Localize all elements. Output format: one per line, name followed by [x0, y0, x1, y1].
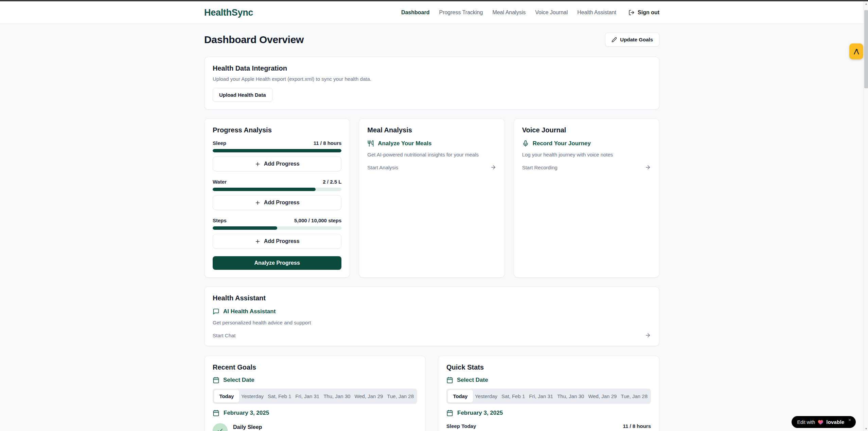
- recent-goals-current-date[interactable]: February 3, 2025: [213, 410, 417, 416]
- update-goals-button[interactable]: Update Goals: [605, 33, 659, 46]
- health-assistant-card: Health Assistant AI Health Assistant Get…: [204, 286, 659, 346]
- tab-sat-feb-1[interactable]: Sat, Feb 1: [499, 390, 527, 402]
- calendar-icon: [213, 377, 219, 383]
- scrollbar-down-arrow[interactable]: ▼: [864, 426, 868, 431]
- quick-stats-card: Quick Stats Select Date Today Yesterday …: [438, 356, 659, 431]
- arrow-right-icon: [645, 164, 651, 170]
- plus-icon: [255, 239, 261, 244]
- tab-wed-jan-29[interactable]: Wed, Jan 29: [586, 390, 619, 402]
- tab-tue-jan-28[interactable]: Tue, Jan 28: [619, 390, 650, 402]
- goal-item-daily-sleep: Daily Sleep 11 / 8 hours: [213, 423, 417, 431]
- add-progress-label: Add Progress: [264, 161, 300, 167]
- start-chat-action[interactable]: Start Chat: [213, 332, 651, 338]
- quick-stats-title: Quick Stats: [446, 363, 651, 371]
- calendar-icon: [446, 377, 453, 383]
- steps-progress-bar: [213, 226, 341, 230]
- start-recording-action[interactable]: Start Recording: [522, 164, 651, 170]
- water-progress-bar: [213, 188, 341, 191]
- lovable-side-button[interactable]: [849, 43, 863, 59]
- water-value: 2 / 2.5 L: [323, 179, 341, 185]
- health-assistant-description: Get personalized health advice and suppo…: [213, 320, 651, 325]
- upload-health-data-button[interactable]: Upload Health Data: [213, 88, 272, 102]
- update-goals-label: Update Goals: [620, 37, 653, 42]
- analyze-progress-button[interactable]: Analyze Progress: [213, 256, 341, 270]
- voice-journal-card: Voice Journal Record Your Journey Log yo…: [514, 118, 659, 278]
- recent-goals-card: Recent Goals Select Date Today Yesterday…: [204, 356, 426, 431]
- quick-stats-select-date[interactable]: Select Date: [446, 377, 651, 383]
- tab-thu-jan-30[interactable]: Thu, Jan 30: [555, 390, 586, 402]
- analyze-your-meals-label: Analyze Your Meals: [378, 140, 431, 147]
- tab-yesterday[interactable]: Yesterday: [239, 390, 266, 402]
- scrollbar[interactable]: ▲ ▼: [864, 1, 868, 431]
- logout-icon: [628, 10, 635, 16]
- nav-meal-analysis[interactable]: Meal Analysis: [492, 10, 526, 16]
- nav-dashboard[interactable]: Dashboard: [401, 10, 430, 16]
- calendar-icon: [213, 410, 219, 416]
- tab-tue-jan-28[interactable]: Tue, Jan 28: [385, 390, 416, 402]
- tab-today[interactable]: Today: [448, 390, 473, 402]
- start-recording-label: Start Recording: [522, 165, 557, 170]
- tab-thu-jan-30[interactable]: Thu, Jan 30: [321, 390, 352, 402]
- add-progress-label: Add Progress: [264, 200, 300, 206]
- steps-value: 5,000 / 10,000 steps: [294, 218, 341, 223]
- nav-health-assistant[interactable]: Health Assistant: [577, 10, 616, 16]
- page-title: Dashboard Overview: [204, 34, 304, 45]
- badge-brand: lovable: [826, 419, 844, 425]
- scrollbar-thumb[interactable]: [864, 10, 868, 88]
- quick-stats-current-date[interactable]: February 3, 2025: [446, 410, 651, 416]
- add-water-progress-button[interactable]: Add Progress: [213, 195, 341, 210]
- hdi-title: Health Data Integration: [213, 64, 651, 72]
- tab-wed-jan-29[interactable]: Wed, Jan 29: [352, 390, 385, 402]
- signout-button[interactable]: Sign out: [628, 10, 659, 16]
- sleep-today-label: Sleep Today: [446, 423, 476, 429]
- recent-goals-date-tabs: Today Yesterday Sat, Feb 1 Fri, Jan 31 T…: [213, 389, 417, 404]
- record-your-journey-label: Record Your Journey: [533, 140, 591, 147]
- ai-health-assistant-link[interactable]: AI Health Assistant: [213, 308, 651, 315]
- app-header: HealthSync Dashboard Progress Tracking M…: [0, 0, 868, 24]
- lovable-heart-icon: [818, 419, 823, 425]
- voice-journal-description: Log your health journey with voice notes: [522, 152, 651, 157]
- add-steps-progress-button[interactable]: Add Progress: [213, 234, 341, 249]
- voice-journal-title: Voice Journal: [522, 126, 651, 134]
- sleep-label: Sleep: [213, 140, 226, 146]
- hdi-description: Upload your Apple Health export (export.…: [213, 76, 651, 82]
- scrollbar-up-arrow[interactable]: ▲: [864, 1, 868, 6]
- lovable-logo-icon: [853, 48, 860, 55]
- meal-analysis-card: Meal Analysis Analyze Your Meals Get AI-…: [359, 118, 504, 278]
- progress-analysis-card: Progress Analysis Sleep 11 / 8 hours Add…: [204, 118, 350, 278]
- analyze-your-meals-link[interactable]: Analyze Your Meals: [367, 140, 496, 147]
- plus-icon: [255, 200, 261, 206]
- tab-sat-feb-1[interactable]: Sat, Feb 1: [266, 390, 293, 402]
- record-your-journey-link[interactable]: Record Your Journey: [522, 140, 651, 147]
- tab-fri-jan-31[interactable]: Fri, Jan 31: [527, 390, 555, 402]
- select-date-label: Select Date: [223, 377, 254, 383]
- badge-prefix: Edit with: [797, 419, 815, 425]
- microphone-icon: [522, 140, 529, 147]
- pencil-icon: [612, 37, 617, 42]
- sleep-value: 11 / 8 hours: [314, 140, 342, 146]
- recent-goals-select-date[interactable]: Select Date: [213, 377, 417, 383]
- tab-today[interactable]: Today: [214, 390, 239, 402]
- signout-label: Sign out: [638, 10, 659, 16]
- tab-yesterday[interactable]: Yesterday: [473, 390, 499, 402]
- current-date-label: February 3, 2025: [224, 410, 269, 416]
- start-chat-label: Start Chat: [213, 333, 236, 338]
- health-assistant-title: Health Assistant: [213, 294, 651, 302]
- tab-fri-jan-31[interactable]: Fri, Jan 31: [293, 390, 321, 402]
- steps-metric: Steps 5,000 / 10,000 steps Add Progress: [213, 218, 341, 249]
- calendar-icon: [446, 410, 453, 416]
- recent-goals-title: Recent Goals: [213, 363, 417, 371]
- plus-icon: [255, 161, 261, 167]
- start-analysis-action[interactable]: Start Analysis: [367, 164, 496, 170]
- current-date-label: February 3, 2025: [457, 410, 503, 416]
- goal-name: Daily Sleep: [233, 424, 262, 430]
- edit-with-lovable-badge[interactable]: Edit with lovable ×: [792, 416, 856, 428]
- badge-close-icon[interactable]: ×: [848, 417, 851, 423]
- add-sleep-progress-button[interactable]: Add Progress: [213, 156, 341, 171]
- nav-progress-tracking[interactable]: Progress Tracking: [439, 10, 483, 16]
- chat-bubble-icon: [213, 308, 219, 315]
- sleep-metric: Sleep 11 / 8 hours Add Progress: [213, 140, 341, 171]
- steps-label: Steps: [213, 218, 227, 223]
- add-progress-label: Add Progress: [264, 238, 300, 244]
- nav-voice-journal[interactable]: Voice Journal: [535, 10, 568, 16]
